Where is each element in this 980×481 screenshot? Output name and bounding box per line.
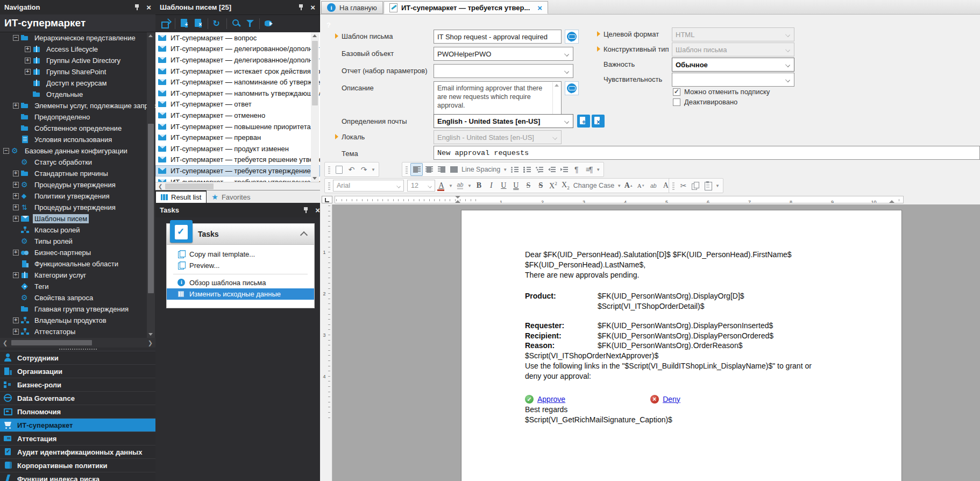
tree-expander-icon[interactable] — [13, 193, 19, 199]
tree-item[interactable]: Элементы услуг, подлежащие запросу — [0, 100, 155, 111]
bullet-list-button[interactable] — [508, 163, 521, 176]
module-button[interactable]: Полномочия — [0, 405, 155, 418]
export-database-icon[interactable] — [262, 17, 276, 31]
multilevel-list-button[interactable] — [533, 163, 545, 176]
underline-button[interactable]: U — [498, 179, 510, 192]
module-button[interactable]: Аттестация — [0, 432, 155, 445]
approve-link[interactable]: Approve — [537, 394, 565, 405]
right-indent-marker[interactable] — [889, 196, 894, 203]
decrease-indent-button[interactable] — [545, 163, 558, 176]
shrink-font-button[interactable]: A — [635, 179, 647, 192]
scrollbar-thumb[interactable] — [11, 340, 92, 345]
list-vertical-scrollbar[interactable] — [311, 32, 319, 182]
tab-favorites[interactable]: ★ Favorites — [207, 190, 255, 203]
deny-link[interactable]: Deny — [663, 394, 680, 405]
subject-input[interactable] — [434, 146, 980, 160]
module-button[interactable]: Функции индекса риска — [0, 472, 155, 481]
dropdown-arrow-icon[interactable]: ▼ — [715, 183, 720, 188]
module-button[interactable]: ИТ-супермаркет — [0, 418, 155, 432]
line-spacing-button[interactable]: Line Spacing — [460, 166, 502, 173]
tree-expander-icon[interactable] — [3, 148, 9, 154]
tree-expander-icon[interactable] — [13, 250, 19, 256]
italic-button[interactable]: I — [485, 179, 498, 192]
template-list-item[interactable]: ИТ-супермаркет — отменено — [155, 110, 320, 121]
template-list-item[interactable]: ИТ-супермаркет — повышение приоритета — [155, 121, 320, 132]
template-list-item[interactable]: ИТ-супермаркет — делегированное/дополнит — [155, 44, 320, 55]
task-item[interactable]: Copy mail template... — [167, 249, 314, 260]
search-icon[interactable] — [229, 17, 243, 31]
delete-mail-definition-button[interactable] — [592, 115, 605, 128]
tree-expander-icon[interactable] — [13, 272, 19, 278]
close-icon[interactable]: × — [146, 3, 151, 11]
mail-body-page[interactable]: Dear $FK(UID_PersonHead).Salutation[D]$ … — [461, 210, 902, 481]
dropdown-arrow-icon[interactable]: ▼ — [617, 183, 621, 188]
paragraph-direction-button[interactable]: ≡¶ — [583, 163, 595, 176]
delete-template-icon[interactable] — [191, 17, 205, 31]
add-mail-definition-button[interactable] — [577, 115, 590, 128]
sensitivity-select[interactable] — [672, 73, 794, 87]
superscript-button[interactable]: X2 — [547, 179, 559, 192]
tree-item[interactable]: Шаблоны писем — [0, 213, 155, 224]
module-button[interactable]: Аудит идентификационных данных — [0, 445, 155, 458]
tree-item[interactable]: Статус обработки — [0, 157, 155, 168]
report-select[interactable] — [434, 64, 573, 78]
importance-select[interactable]: Обычное — [672, 58, 794, 72]
tree-item[interactable]: Категории услуг — [0, 270, 155, 281]
tree-item[interactable]: Аттестаторы — [0, 326, 155, 337]
tree-item[interactable]: Условия использования — [0, 134, 155, 145]
show-paragraph-marks-button[interactable]: ¶ — [570, 163, 583, 176]
grow-font-button[interactable]: A — [622, 179, 635, 192]
strikethrough-button[interactable]: S — [522, 179, 535, 192]
scroll-down-icon[interactable] — [313, 177, 317, 180]
module-button[interactable]: Data Governance — [0, 391, 155, 405]
tab-stop-selector[interactable] — [322, 196, 332, 203]
tree-horizontal-scrollbar[interactable]: ❮ ❯ — [0, 338, 155, 348]
tree-item[interactable]: Владельцы продуктов — [0, 315, 155, 326]
tree-item[interactable]: Предопределено — [0, 111, 155, 123]
dropdown-arrow-icon[interactable]: ▼ — [467, 183, 472, 188]
module-button[interactable]: Организации — [0, 364, 155, 378]
close-icon[interactable]: × — [310, 3, 315, 11]
justify-button[interactable] — [448, 163, 460, 176]
close-icon[interactable]: × — [315, 206, 320, 214]
tree-item[interactable]: Классы ролей — [0, 224, 155, 236]
tree-expander-icon[interactable] — [13, 171, 19, 176]
tree-expander-icon[interactable] — [13, 35, 19, 41]
tree-item[interactable]: Базовые данные конфигурации — [0, 145, 155, 157]
template-list-item[interactable]: ИТ-супермаркет — вопрос — [155, 32, 320, 44]
tree-item[interactable]: Теги — [0, 281, 155, 292]
indent-marker[interactable] — [455, 196, 460, 203]
refresh-icon[interactable] — [210, 17, 224, 31]
tree-item[interactable]: Главная группа утверждения — [0, 303, 155, 315]
translate-button[interactable] — [565, 30, 579, 44]
tree-item[interactable]: Свойства запроса — [0, 292, 155, 303]
dropdown-arrow-icon[interactable]: ▼ — [503, 167, 507, 172]
dropdown-arrow-icon[interactable]: ▼ — [596, 167, 600, 172]
module-button[interactable]: Корпоративные политики — [0, 458, 155, 472]
horizontal-ruler[interactable]: 12345678910 — [335, 196, 904, 203]
redo-button[interactable]: ↷ — [358, 163, 370, 176]
align-center-button[interactable] — [423, 163, 435, 176]
tree-item[interactable]: Группы Active Directory — [0, 55, 155, 66]
scrollbar-thumb[interactable] — [312, 41, 318, 105]
cut-button[interactable]: ✂ — [677, 179, 690, 192]
toolbar-grip[interactable] — [672, 181, 674, 190]
bold-button[interactable]: B — [473, 179, 485, 192]
tree-item[interactable]: Процедуры утверждения — [0, 202, 155, 213]
tree-item[interactable]: Типы ролей — [0, 236, 155, 247]
toolbar-grip[interactable] — [328, 181, 330, 190]
scroll-left-icon[interactable]: ❮ — [155, 183, 165, 189]
template-list-item[interactable]: ИТ-супермаркет — прерван — [155, 132, 320, 143]
font-family-select[interactable]: Arial — [333, 180, 404, 192]
subscript-button[interactable]: X2 — [559, 179, 572, 192]
highlight-button[interactable]: ab — [454, 179, 466, 192]
template-list-item[interactable]: ИТ-супермаркет — требуется утверждение (… — [155, 176, 320, 182]
tree-expander-icon[interactable] — [13, 204, 19, 210]
undo-button[interactable]: ↶ — [345, 163, 358, 176]
tab-mail-template[interactable]: ИТ-супермаркет — требуется утвер... × — [384, 1, 548, 14]
dropdown-arrow-icon[interactable]: ▼ — [449, 183, 453, 188]
new-page-button[interactable] — [333, 163, 345, 176]
template-list-item[interactable]: ИТ-супермаркет — истекает срок действия … — [155, 66, 320, 77]
scrollbar-thumb[interactable] — [165, 183, 214, 189]
list-horizontal-scrollbar[interactable]: ❮ — [155, 182, 320, 190]
